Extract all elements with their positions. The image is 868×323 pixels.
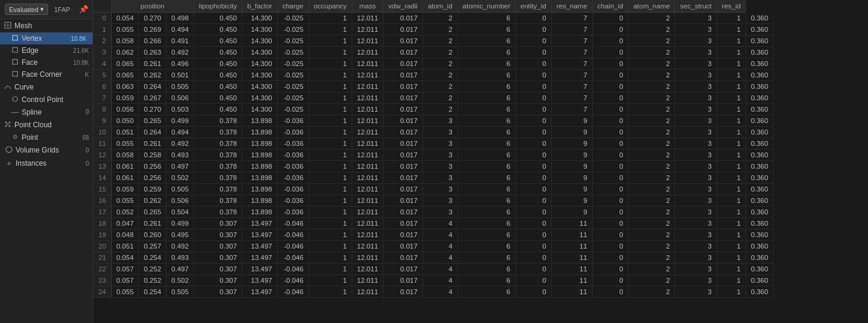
cell: 3 <box>423 207 457 218</box>
sidebar-item-point[interactable]: Point 68 <box>0 131 93 143</box>
cell: 0.065 <box>111 70 139 81</box>
cell: 0.017 <box>384 264 423 275</box>
cell: 0.265 <box>139 115 167 127</box>
cell: 1 <box>308 35 352 47</box>
cell: 0.017 <box>384 58 423 70</box>
cell: 0 <box>515 252 551 264</box>
data-table: position lipophobicity b_factor charge o… <box>93 0 774 298</box>
cell: 3 <box>675 115 717 127</box>
face-count: 10.8K <box>73 59 89 66</box>
sidebar-group-curve[interactable]: Curve <box>0 80 93 94</box>
sidebar-group-mesh[interactable]: Mesh <box>0 19 93 32</box>
cell: 12.011 <box>352 184 383 195</box>
cell: 0.307 <box>194 241 242 252</box>
cell: 4 <box>423 241 457 252</box>
cell: 0.360 <box>746 229 774 241</box>
cell: 0.052 <box>111 207 139 218</box>
cell: 12.011 <box>352 35 383 47</box>
cell: 0 <box>592 127 628 138</box>
sidebar-item-face-corner[interactable]: Face Corner K <box>0 68 93 80</box>
cell: 0 <box>515 13 551 24</box>
cell: 0.497 <box>167 161 194 172</box>
sidebar-group-point-cloud[interactable]: Point Cloud <box>0 118 93 131</box>
row-index: 9 <box>93 115 111 127</box>
face-corner-count: K <box>85 71 89 78</box>
cell: 12.011 <box>352 161 383 172</box>
table-row: 190.0480.2600.4950.30713.497-0.046112.01… <box>93 229 773 241</box>
sidebar-item-volume-grids[interactable]: Volume Grids 0 <box>0 143 93 157</box>
cell: 12.011 <box>352 58 383 70</box>
cell: 12.011 <box>352 127 383 138</box>
cell: 2 <box>628 172 675 184</box>
cell: 0 <box>515 161 551 172</box>
row-index: 3 <box>93 47 111 58</box>
cell: 0.360 <box>746 161 774 172</box>
cell: 0.017 <box>384 127 423 138</box>
cell: 0.047 <box>111 218 139 229</box>
row-index: 19 <box>93 229 111 241</box>
cell: 0.360 <box>746 195 774 207</box>
table-row: 100.0510.2640.4940.37813.898-0.036112.01… <box>93 127 773 138</box>
cell: 0 <box>515 92 551 104</box>
col-header-charge: charge <box>277 0 308 13</box>
cell: 6 <box>457 70 515 81</box>
cell: 0.503 <box>167 104 194 115</box>
data-table-container[interactable]: position lipophobicity b_factor charge o… <box>93 0 868 323</box>
sidebar-header: Evaluated ▾ 1FAP 📌 <box>0 0 93 19</box>
cell: 14.300 <box>242 35 278 47</box>
cell: 1 <box>717 58 745 70</box>
row-index: 6 <box>93 81 111 92</box>
col-header-res-name: res_name <box>551 0 592 13</box>
cell: 0.017 <box>384 81 423 92</box>
sidebar-item-control-point[interactable]: Control Point <box>0 94 93 106</box>
cell: 1 <box>308 58 352 70</box>
cell: 0.258 <box>139 149 167 161</box>
cell: -0.025 <box>277 92 308 104</box>
cell: 6 <box>457 115 515 127</box>
col-header-res-id: res_id <box>717 0 745 13</box>
evaluated-dropdown[interactable]: Evaluated ▾ <box>5 4 48 15</box>
cell: 0.360 <box>746 104 774 115</box>
cell: 3 <box>675 172 717 184</box>
cell: 0.017 <box>384 229 423 241</box>
sidebar-item-vertex[interactable]: Vertex 10.8K <box>0 32 93 44</box>
cell: 0 <box>592 58 628 70</box>
cell: 2 <box>628 207 675 218</box>
cell: 7 <box>551 104 592 115</box>
cell: 2 <box>628 104 675 115</box>
badge-label[interactable]: 1FAP <box>52 5 73 14</box>
sidebar-item-edge[interactable]: Edge 21.6K <box>0 44 93 56</box>
cell: 12.011 <box>352 149 383 161</box>
col-header-vdw-radii: vdw_radii <box>384 0 423 13</box>
cell: -0.025 <box>277 81 308 92</box>
row-index: 16 <box>93 195 111 207</box>
sidebar-item-face[interactable]: Face 10.8K <box>0 56 93 68</box>
cell: 0.061 <box>111 172 139 184</box>
cell: 0.360 <box>746 241 774 252</box>
sidebar-item-spline[interactable]: — Spline 0 <box>0 106 93 118</box>
cell: 14.300 <box>242 58 278 70</box>
cell: 13.898 <box>242 127 278 138</box>
cell: 11 <box>551 229 592 241</box>
cell: 0 <box>592 47 628 58</box>
cell: 4 <box>423 218 457 229</box>
cell: 1 <box>308 161 352 172</box>
cell: 0.017 <box>384 286 423 298</box>
table-row: 160.0550.2620.5060.37813.898-0.036112.01… <box>93 195 773 207</box>
cell: 3 <box>675 81 717 92</box>
table-row: 30.0620.2630.4920.45014.300-0.025112.011… <box>93 47 773 58</box>
table-row: 90.0500.2650.4990.37813.898-0.036112.011… <box>93 115 773 127</box>
cell: 0.260 <box>139 229 167 241</box>
cell: 0 <box>592 92 628 104</box>
pin-icon[interactable]: 📌 <box>76 4 91 15</box>
sidebar-item-instances[interactable]: + Instances 0 <box>0 157 93 170</box>
cell: 12.011 <box>352 252 383 264</box>
cell: 0 <box>592 172 628 184</box>
cell: 0.360 <box>746 13 774 24</box>
control-point-icon <box>11 96 19 103</box>
cell: 0.360 <box>746 172 774 184</box>
cell: 7 <box>551 13 592 24</box>
cell: -0.046 <box>277 229 308 241</box>
cell: 0.494 <box>167 127 194 138</box>
cell: 3 <box>675 229 717 241</box>
